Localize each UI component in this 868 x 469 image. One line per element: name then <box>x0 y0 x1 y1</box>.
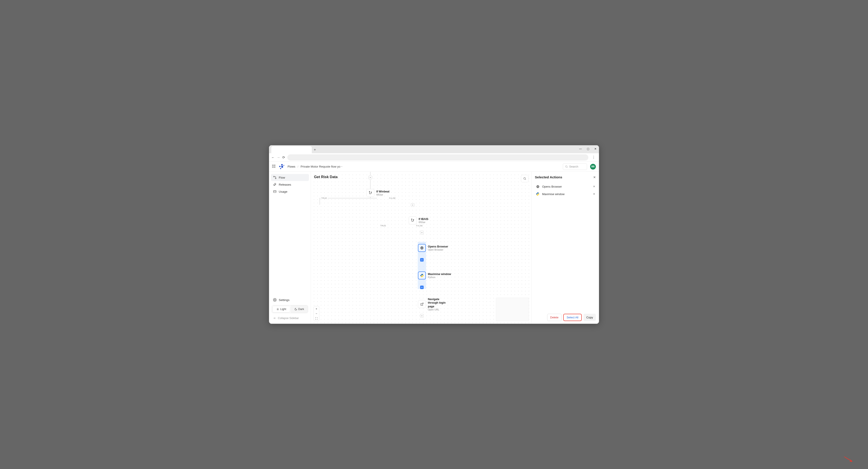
selected-action-item: Opens Browser ✕ <box>535 183 596 190</box>
sun-icon <box>276 308 279 311</box>
node-title: Opens Browser <box>428 245 448 248</box>
url-bar[interactable] <box>287 154 588 160</box>
globe-icon <box>535 184 540 189</box>
branch-label-false: FALSE <box>389 197 396 199</box>
search-placeholder: Search <box>569 165 578 168</box>
branch-label-true: TRUE <box>320 197 328 199</box>
remove-item-button[interactable]: ✕ <box>593 192 595 195</box>
search-icon <box>523 177 526 180</box>
selected-action-item: Maximise window ✕ <box>535 190 596 198</box>
delete-button[interactable]: Delete <box>547 314 562 321</box>
user-avatar[interactable]: BB <box>590 164 596 169</box>
chevrons-left-icon <box>273 317 276 320</box>
sidebar-item-releases[interactable]: Releases <box>271 181 309 188</box>
sidebar-item-label: Usage <box>279 190 287 193</box>
canvas-search-button[interactable] <box>521 175 528 182</box>
theme-toggle: Light Dark <box>272 305 308 313</box>
sidebar-item-flow[interactable]: Flow <box>271 174 309 181</box>
add-node-button[interactable]: + <box>420 314 424 317</box>
svg-point-7 <box>524 178 525 179</box>
chevron-down-icon: › <box>341 166 343 167</box>
branch-label-false: FALSE <box>415 225 424 227</box>
breadcrumb-root[interactable]: Flows <box>287 165 295 168</box>
zoom-fit-button[interactable] <box>314 316 319 321</box>
moon-icon <box>294 308 297 311</box>
zoom-in-button[interactable]: + <box>314 306 319 311</box>
app-logo <box>279 164 284 169</box>
new-tab-button[interactable]: + <box>312 146 318 153</box>
selected-action-label: Maximise window <box>542 192 565 196</box>
flow-icon <box>273 176 277 179</box>
node-title: Navigate through login page <box>428 298 448 308</box>
minimap[interactable] <box>496 298 529 321</box>
breadcrumb-current[interactable]: Private Motor Requote flow yo › <box>301 165 342 168</box>
zoom-out-button[interactable]: − <box>314 311 319 316</box>
svg-point-6 <box>277 309 278 310</box>
svg-point-2 <box>274 176 274 177</box>
add-node-button[interactable]: + <box>420 258 424 261</box>
sidebar-item-usage[interactable]: Usage <box>271 188 309 195</box>
window-close-button[interactable]: ✕ <box>593 147 598 150</box>
apps-grid-icon[interactable] <box>272 165 276 169</box>
nav-reload-icon[interactable]: ⟳ <box>282 155 285 159</box>
browser-tab[interactable] <box>271 146 312 153</box>
window-minimize-button[interactable]: — <box>578 147 583 150</box>
node-navigate-login[interactable]: Navigate through login page Open URL <box>418 298 448 311</box>
node-opens-browser[interactable]: Opens Browser Open Browser <box>418 244 448 252</box>
node-title: Maximise window <box>428 272 451 276</box>
sidebar-item-label: Flow <box>279 176 285 179</box>
node-title: If IBAIS <box>418 217 428 221</box>
theme-light-button[interactable]: Light <box>272 306 290 312</box>
svg-rect-4 <box>274 190 276 192</box>
node-title: If Winbeat <box>376 190 390 193</box>
search-icon <box>565 165 568 168</box>
node-subtitle: Open Browser <box>428 248 448 251</box>
canvas-title: Get Risk Data <box>314 175 338 179</box>
breadcrumb-separator: / <box>298 165 298 168</box>
browser-tabstrip: + — ▢ ✕ <box>269 145 599 153</box>
nav-back-icon[interactable]: ← <box>271 155 275 159</box>
node-subtitle: Python <box>428 276 451 279</box>
panel-close-button[interactable]: ✕ <box>593 176 596 179</box>
app-header: Flows / Private Motor Requote flow yo › … <box>269 162 599 172</box>
svg-line-8 <box>525 179 526 180</box>
browser-toolbar: ← → ⟳ ⋮ <box>269 153 599 162</box>
theme-dark-button[interactable]: Dark <box>291 305 308 313</box>
remove-item-button[interactable]: ✕ <box>593 185 595 188</box>
browser-menu-icon[interactable]: ⋮ <box>591 155 597 159</box>
svg-line-1 <box>567 167 567 167</box>
panel-actions: Delete Select All Copy <box>535 314 596 321</box>
add-node-button[interactable]: + <box>420 286 424 289</box>
node-maximise-window[interactable]: Maximise window Python <box>418 272 451 279</box>
sidebar-item-settings[interactable]: Settings <box>271 296 309 304</box>
python-icon <box>418 272 426 279</box>
add-node-button[interactable]: + <box>411 203 414 207</box>
svg-point-12 <box>413 219 414 220</box>
selected-action-label: Opens Browser <box>542 185 562 188</box>
external-link-icon <box>418 300 426 308</box>
svg-point-3 <box>275 178 276 179</box>
branch-label-true: TRUE <box>380 225 387 227</box>
copy-button[interactable]: Copy <box>584 314 596 321</box>
nav-forward-icon[interactable]: → <box>277 155 280 159</box>
node-if-ibais[interactable]: If IBAIS If/Else <box>409 216 428 224</box>
svg-line-14 <box>422 303 423 305</box>
gear-icon <box>273 298 277 302</box>
browser-window: + — ▢ ✕ ← → ⟳ ⋮ Flows / Private Motor Re… <box>269 145 599 324</box>
panel-title: Selected Actions <box>535 175 562 179</box>
collapse-sidebar-button[interactable]: Collapse Sidebar <box>271 315 309 321</box>
usage-icon <box>273 190 277 193</box>
node-if-winbeat[interactable]: If Winbeat If/Else <box>366 189 390 197</box>
svg-point-10 <box>371 192 372 192</box>
globe-icon <box>418 244 426 252</box>
flow-canvas[interactable]: Get Risk Data + <box>311 172 531 324</box>
svg-point-5 <box>274 300 275 300</box>
select-all-button[interactable]: Select All <box>563 314 582 321</box>
selected-actions-panel: Selected Actions ✕ Opens Browser ✕ Maxim… <box>531 172 599 324</box>
add-node-button[interactable]: + <box>369 176 372 179</box>
window-maximize-button[interactable]: ▢ <box>586 147 590 150</box>
search-input[interactable]: Search <box>563 163 587 170</box>
sidebar: Flow Releases Usage Settings Light <box>269 172 311 324</box>
python-icon <box>535 192 540 196</box>
add-node-button[interactable]: + <box>420 231 424 234</box>
